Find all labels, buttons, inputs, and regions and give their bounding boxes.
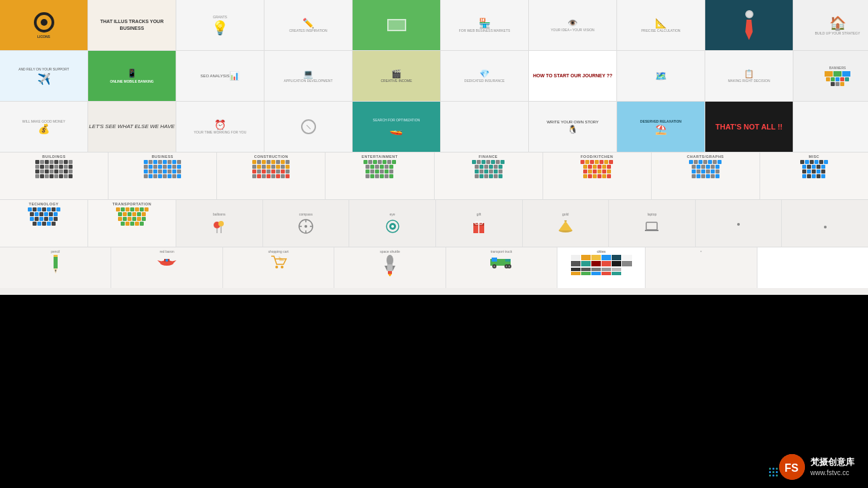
tile-illus-tracks[interactable]: THAT ILLUS TRACKS YOUR BUSINESS	[88, 0, 176, 50]
item-cities-palette[interactable]: cities	[557, 247, 646, 288]
brand-name: 梵摄创意库	[810, 456, 854, 468]
tile-banking[interactable]: 📱 ONLINE MOBILE BANKING	[88, 51, 176, 101]
item-pencil[interactable]: pencil	[0, 247, 111, 288]
tile-grants[interactable]: GRANTS 💡	[176, 0, 264, 50]
tile-airplane[interactable]: AND RELY ON YOUR SUPPORT ✈️	[0, 51, 88, 101]
cat-transportation-title: TRANSPORTATION	[113, 202, 152, 206]
item-gold[interactable]: gold	[523, 200, 610, 247]
watermark-logo: FS	[779, 454, 805, 480]
item-balloons[interactable]: balloons	[176, 200, 263, 247]
svg-point-12	[391, 225, 394, 228]
item-transport-truck[interactable]: transport truck	[446, 247, 557, 288]
shield-icon: 💎	[479, 69, 490, 79]
tile-strategy[interactable]: 🏠 BUILD UP YOUR STRATEGY	[793, 0, 868, 50]
cat-business: BUSINESS	[108, 152, 217, 199]
tile-search-label: SEARCH FOR OPTIMIZATION	[373, 118, 420, 122]
item-blank2	[757, 247, 868, 288]
misc1-icon	[730, 216, 747, 232]
tile-blank[interactable]	[441, 102, 529, 152]
tile-banners[interactable]: BANNERS	[793, 51, 868, 101]
cat-charts: CHARTS/GRAPHS	[652, 152, 760, 199]
tile-seo[interactable]: SEO ANALYSIS 📊	[176, 51, 264, 101]
tile-relaxation[interactable]: DESERVED RELAXATION ⛱️	[617, 102, 705, 152]
business-icons	[110, 160, 215, 178]
decision-icon: 📋	[744, 69, 754, 79]
svg-rect-38	[387, 264, 393, 271]
tile-last[interactable]	[793, 102, 868, 152]
svg-marker-39	[384, 266, 387, 271]
tile-compass-plain[interactable]	[264, 102, 353, 152]
balloons-icon	[211, 218, 227, 235]
tile-creative[interactable]: 🎬 CREATIVE INCOME	[353, 51, 441, 101]
svg-marker-46	[505, 259, 511, 262]
balloons-label: balloons	[213, 212, 226, 216]
svg-marker-19	[559, 221, 572, 230]
tile-time[interactable]: ⏰ YOUR TIME WORKING FOR YOU	[176, 102, 264, 152]
svg-point-34	[275, 266, 278, 268]
bulb-icon: 💡	[212, 20, 229, 36]
tile-calc[interactable]: 📐 PRECISE CALCULATION	[617, 0, 705, 50]
svg-point-48	[494, 266, 496, 268]
tile-thats-not-all[interactable]: THAT'S NOT ALL !!	[705, 102, 793, 152]
tile-howto[interactable]: HOW TO START OUR JOURNEY ??	[529, 51, 617, 101]
dots-decoration	[769, 468, 778, 476]
item-compass[interactable]: compass	[263, 200, 350, 247]
compass-item-label: compass	[299, 212, 313, 216]
tile-vision[interactable]: 👁️ YOUR IDEA • YOUR VISION	[529, 0, 617, 50]
shopping-cart-label: shopping cart	[269, 249, 289, 253]
svg-text:FS: FS	[785, 462, 799, 474]
tile-market[interactable]: 🏪 FOR WEB BUSINESS MARKETS	[441, 0, 529, 50]
seo-label: SEO ANALYSIS	[201, 74, 230, 78]
tile-app-dev[interactable]: 💻 APPLICATION DEVELOPMENT	[264, 51, 353, 101]
svg-rect-22	[645, 230, 658, 231]
tile-submarine[interactable]: SEARCH FOR OPTIMIZATION 🚤	[353, 102, 441, 152]
compass-icon: 📐	[655, 18, 667, 28]
icon-categories-row-1: BUILDINGS BUSINESS	[0, 152, 868, 200]
item-laptop[interactable]: laptop	[609, 200, 696, 247]
cat-food-title: FOOD/KITCHEN	[580, 155, 613, 159]
relax-label: DESERVED RELAXATION	[640, 119, 682, 123]
beach-icon: ⛱️	[655, 124, 667, 135]
item-shopping-cart[interactable]: shopping cart	[223, 247, 334, 288]
svg-rect-21	[646, 222, 657, 230]
tile-lets-see[interactable]: LET'S SEE WHAT ELSE WE HAVE	[88, 102, 176, 152]
cat-buildings-title: BUILDINGS	[42, 155, 66, 159]
eye-item-label: eye	[390, 212, 395, 216]
charts-icons	[653, 160, 758, 178]
tile-journey[interactable]: 🗺️	[617, 51, 705, 101]
cat-misc: MISC	[760, 152, 868, 199]
svg-point-33	[165, 259, 168, 262]
howto-label: HOW TO START OUR JOURNEY ??	[533, 73, 612, 79]
tile-creative-label: CREATIVE INCOME	[380, 79, 412, 83]
cat-construction: CONSTRUCTION	[217, 152, 326, 199]
laptop-item-label: laptop	[648, 212, 657, 216]
brand-url: www.fstvc.cc	[810, 468, 854, 478]
cat-entertainment: ENTERTAINMENT	[326, 152, 434, 199]
tile-suit[interactable]	[705, 0, 793, 50]
item-eye[interactable]: eye	[349, 200, 436, 247]
tile-banking-label: ONLINE MOBILE BANKING	[110, 79, 153, 83]
cat-construction-title: CONSTRUCTION	[254, 155, 288, 159]
tile-logo[interactable]: LICONS	[0, 0, 88, 50]
tile-decision[interactable]: 📋 MAKING RIGHT DECISION	[705, 51, 793, 101]
cat-transportation: TRANSPORTATION	[88, 200, 176, 247]
shuttle-label: space shuttle	[380, 249, 399, 253]
tile-green[interactable]	[353, 0, 441, 50]
item-misc2[interactable]	[782, 200, 868, 247]
cat-buildings: BUILDINGS	[0, 152, 108, 199]
misc2-icon	[817, 216, 833, 232]
tie-shape	[743, 20, 755, 40]
svg-point-23	[737, 223, 740, 226]
item-red-baron[interactable]: red baron	[111, 247, 222, 288]
tile-write-story[interactable]: WRITE YOUR OWN STORY 🐧	[529, 102, 617, 152]
cat-charts-title: CHARTS/GRAPHS	[687, 155, 724, 159]
item-misc1[interactable]	[696, 200, 783, 247]
tile-money[interactable]: WILL MAKE GOOD MONEY 💰	[0, 102, 88, 152]
tile-insurance[interactable]: 💎 DEDICATED INSURANCE	[441, 51, 529, 101]
item-space-shuttle[interactable]: space shuttle	[334, 247, 446, 288]
tile-time-label: YOUR TIME WORKING FOR YOU	[194, 130, 247, 134]
tile-creates[interactable]: ✏️ CREATES INSPIRATION	[264, 0, 353, 50]
cat-technology-title: TECHNOLOGY	[29, 202, 59, 206]
cat-food: FOOD/KITCHEN	[543, 152, 652, 199]
item-gift[interactable]: gift	[436, 200, 523, 247]
